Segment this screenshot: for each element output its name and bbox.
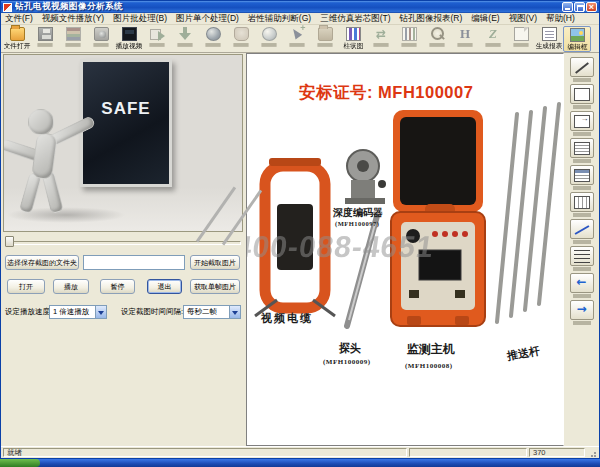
- status-right-value: 370: [529, 448, 585, 457]
- previous-image-button[interactable]: [570, 273, 594, 293]
- tool-caption: [573, 78, 591, 82]
- menu-borehole-report[interactable]: 钻孔图像报表(R): [400, 13, 463, 25]
- diagonal-line-icon: [574, 223, 590, 236]
- toolbar-panorama-button[interactable]: [199, 26, 227, 52]
- toolbar-new-page-button[interactable]: [507, 26, 535, 52]
- table-rows-icon: [574, 142, 590, 155]
- menu-video-playback[interactable]: 视频文件播放(Y): [42, 13, 104, 25]
- toolbar-zoom-button[interactable]: [423, 26, 451, 52]
- toolbar-play-video-button[interactable]: 播放视频: [115, 26, 143, 52]
- camera-icon: [94, 27, 109, 41]
- menu-edit[interactable]: 编辑(E): [471, 13, 499, 25]
- toolbar-select-button[interactable]: [283, 26, 311, 52]
- select-save-folder-button[interactable]: 选择保存截图的文件夹: [5, 255, 79, 270]
- watermark-phone: 400-088-4651: [246, 230, 436, 264]
- start-button[interactable]: [0, 459, 40, 467]
- crop-region-button[interactable]: [570, 111, 594, 131]
- safe-text: SAFE: [83, 100, 169, 118]
- chevron-down-icon[interactable]: [95, 306, 106, 318]
- next-image-button[interactable]: [570, 300, 594, 320]
- letter-h-icon: [458, 27, 473, 41]
- magnifier-icon: [430, 27, 445, 41]
- toolbar-generate-report-button[interactable]: 生成报表: [535, 26, 563, 52]
- minimize-button[interactable]: [562, 2, 573, 12]
- resize-grip[interactable]: [587, 448, 597, 457]
- play-button[interactable]: 播放: [53, 279, 89, 294]
- menu-view[interactable]: 视图(V): [509, 13, 537, 25]
- code-probe: (MFH100009): [323, 358, 371, 366]
- line-icon: [574, 61, 590, 74]
- table-grid-button[interactable]: [570, 192, 594, 212]
- toolbar-annotate-z-button[interactable]: [479, 26, 507, 52]
- tool-caption: [573, 321, 591, 325]
- menu-batch-image[interactable]: 图片批处理(B): [113, 13, 167, 25]
- slope-line-button[interactable]: [570, 219, 594, 239]
- code-monitoring-host: (MFH100008): [405, 362, 453, 370]
- video-position-slider[interactable]: [3, 236, 243, 247]
- interval-value: 每秒二帧: [187, 307, 217, 316]
- label-monitoring-host: 监测主机: [407, 341, 455, 358]
- save-folder-path-input[interactable]: [83, 255, 185, 270]
- swap-arrows-icon: [374, 27, 389, 41]
- toolbar-column-chart-button[interactable]: 柱状图: [339, 26, 367, 52]
- video-preview: SAFE: [3, 54, 243, 232]
- interval-combobox[interactable]: 每秒二帧: [183, 305, 241, 319]
- menu-file[interactable]: 文件(F): [5, 13, 33, 25]
- interval-label: 设定截图时间间隔:: [121, 304, 183, 319]
- line-tool-button[interactable]: [570, 57, 594, 77]
- toolbar-save-button[interactable]: [31, 26, 59, 52]
- toolbar-depth-h-button[interactable]: [451, 26, 479, 52]
- speed-label: 设定播放速度:: [5, 304, 52, 319]
- rect-select-button[interactable]: [570, 84, 594, 104]
- toolbar-open-folder-button[interactable]: [311, 26, 339, 52]
- status-mid-cell: [409, 448, 527, 457]
- cursor-plus-icon: [290, 27, 305, 41]
- title-bar: 钻孔电视视频图像分析系统: [1, 1, 599, 13]
- menu-help[interactable]: 帮助(H): [546, 13, 575, 25]
- window-title: 钻孔电视视频图像分析系统: [15, 1, 562, 13]
- single-frame-button[interactable]: 获取单帧图片: [190, 279, 240, 294]
- letter-z-icon: [486, 27, 501, 41]
- color-bars-icon: [66, 27, 81, 41]
- status-ready-text: 就绪: [3, 448, 407, 457]
- toolbar-edit-frame-button[interactable]: 编辑框: [563, 26, 591, 52]
- tool-caption: [573, 186, 591, 190]
- globe-icon: [206, 27, 221, 41]
- start-capture-button[interactable]: 开始截取图片: [190, 255, 240, 270]
- chevron-down-icon[interactable]: [229, 306, 240, 318]
- status-bar: 就绪 370: [1, 446, 599, 458]
- toolbar-hand-tool-button[interactable]: [227, 26, 255, 52]
- tool-caption: [573, 240, 591, 244]
- toolbar-color-bars-button[interactable]: [59, 26, 87, 52]
- tool-caption: [573, 213, 591, 217]
- toolbar-snapshot-button[interactable]: [87, 26, 115, 52]
- pause-button[interactable]: 暂停: [100, 279, 135, 294]
- blank-page-icon: [514, 27, 529, 41]
- list-button[interactable]: [570, 246, 594, 266]
- menu-3d-core[interactable]: 三维仿真岩芯图(T): [320, 13, 390, 25]
- toolbar-stat-chart-button[interactable]: [395, 26, 423, 52]
- label-probe: 探头: [339, 341, 361, 356]
- column-chart-icon: [346, 27, 361, 41]
- table-header-button[interactable]: [570, 165, 594, 185]
- table-rows-button[interactable]: [570, 138, 594, 158]
- toolbar-open-file-button[interactable]: 文件打开: [3, 26, 31, 52]
- toolbar-sphere-view-button[interactable]: [255, 26, 283, 52]
- close-button[interactable]: [586, 2, 597, 12]
- toolbar-download-button[interactable]: [171, 26, 199, 52]
- rectangle-icon: [574, 88, 590, 101]
- open-button[interactable]: 打开: [7, 279, 45, 294]
- menu-single-image[interactable]: 图片单个处理(D): [176, 13, 239, 25]
- speed-combobox[interactable]: 1 倍速播放: [49, 305, 107, 319]
- hand-icon: [234, 27, 249, 41]
- video-monitor-icon: [122, 27, 137, 41]
- slider-thumb[interactable]: [5, 236, 14, 247]
- toolbar-import-button[interactable]: [143, 26, 171, 52]
- exit-button[interactable]: 退出: [147, 279, 182, 294]
- maximize-button[interactable]: [574, 2, 585, 12]
- down-arrow-icon: [178, 27, 193, 41]
- code-depth-encoder: (MFH100097): [335, 220, 380, 227]
- image-canvas: 安标证号: MFH100007: [246, 53, 564, 446]
- toolbar-refresh-button[interactable]: [367, 26, 395, 52]
- arrow-right-icon: [574, 304, 590, 317]
